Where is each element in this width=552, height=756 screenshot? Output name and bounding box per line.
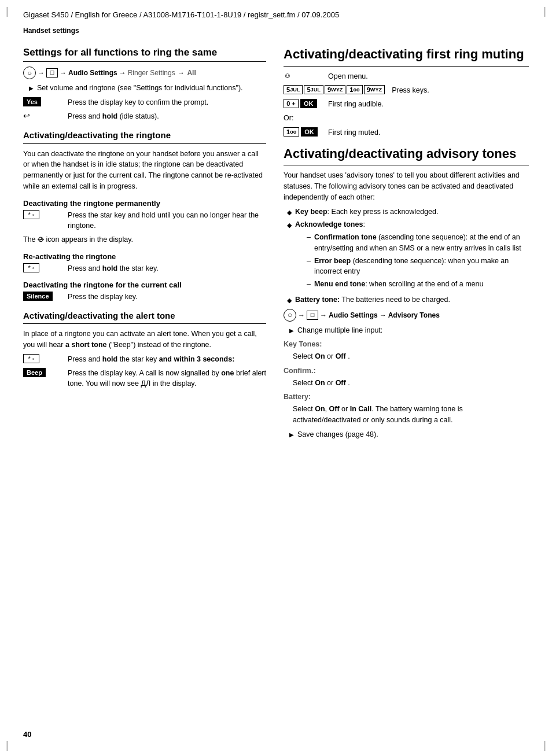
yes-key-part: Yes xyxy=(23,97,61,106)
arrow-2: → xyxy=(60,69,67,77)
star-key-part-2: * ◦ xyxy=(23,263,61,272)
page-header: Gigaset S450 / English for Greece / A310… xyxy=(0,0,552,24)
beep-desc: Press the display key. A call is now sig… xyxy=(68,368,266,389)
nav-all: All xyxy=(187,69,196,77)
key-tones-options: Select On or Off . xyxy=(284,351,529,362)
key-9wyz-2: 9WYZ xyxy=(364,85,385,94)
divider-1 xyxy=(23,61,266,62)
silence-desc: Press the display key. xyxy=(68,292,266,302)
idle-icon-part: ↩ xyxy=(23,111,61,120)
battery-label: Battery: xyxy=(284,392,529,403)
page-wrapper: | | | | Gigaset S450 / English for Greec… xyxy=(0,0,552,756)
left-heading-2: Activating/deactivating the ringtone xyxy=(23,130,266,141)
star-key-part-1: * ◦ xyxy=(23,210,61,219)
nav-path-2: ☺ → ☐ → Audio Settings → Advisory Tones xyxy=(284,309,529,322)
left-heading-3: Activating/deactivating the alert tone xyxy=(23,310,266,322)
sub-heading-1: Deactivating the ringtone permanently xyxy=(23,199,266,208)
divider-r1 xyxy=(284,66,529,67)
star-key-desc-1: Press the star key and hold until you ca… xyxy=(68,210,266,231)
key-1oo: 1oo xyxy=(347,85,362,94)
left-heading-1: Settings for all functions to ring the s… xyxy=(23,46,266,59)
nav-audio-settings-r2: Audio Settings xyxy=(329,311,378,319)
icon-notice: The ⊘ icon appears in the display. xyxy=(23,234,266,245)
section-label: Handset settings xyxy=(23,27,79,35)
key0-part: 0 + OK xyxy=(284,99,321,108)
or-label: Or: xyxy=(284,113,529,124)
sub-heading-3: Deactivating the ringtone for the curren… xyxy=(23,281,266,289)
menu-icon-r1: ☺ xyxy=(284,71,291,80)
divider-r2 xyxy=(284,165,529,165)
key-5jul-1: 5JUL xyxy=(284,85,303,94)
change-input-list: Change multiple line input: xyxy=(284,325,529,336)
diamond-item-acknowledge: Acknowledge tones: Confirmation tone (as… xyxy=(287,219,529,292)
dash-menu-end: Menu end tone: when scrolling at the end… xyxy=(307,279,529,290)
nav-advisory-tones: Advisory Tones xyxy=(388,311,440,319)
bullet-item-1: Set volume and ringtone (see "Settings f… xyxy=(29,83,266,94)
menu-icon-part: ☺ xyxy=(284,71,321,80)
content-area: Settings for all functions to ring the s… xyxy=(0,38,552,443)
silence-key: Silence xyxy=(23,292,53,301)
arrow-3: → xyxy=(119,69,126,77)
header-title: Gigaset S450 / English for Greece / A310… xyxy=(23,10,339,19)
beep-key-row: Beep Press the display key. A call is no… xyxy=(23,368,266,389)
advisory-desc: Your handset uses 'advisory tones' to te… xyxy=(284,170,529,202)
silence-key-row: Silence Press the display key. xyxy=(23,292,266,302)
key0-ok-row: 0 + OK First ring audible. xyxy=(284,99,529,109)
yes-key-desc: Press the display key to confirm the pro… xyxy=(68,97,266,108)
folder-icon-1: ☐ xyxy=(46,68,58,78)
ok-key-2: OK xyxy=(301,127,318,137)
divider-3 xyxy=(23,323,266,324)
beep-key: Beep xyxy=(23,368,46,377)
menu-icon-1: ☺ xyxy=(23,67,36,79)
change-input-item: Change multiple line input: xyxy=(289,325,529,336)
star-key-2: * ◦ xyxy=(23,263,39,272)
right-heading-1: Activating/deactivating first ring mutin… xyxy=(284,46,529,62)
key-1oo-2: 1oo xyxy=(284,127,299,137)
save-changes-list: Save changes (page 48). xyxy=(284,429,529,440)
alert-desc: In place of a ringtone you can activate … xyxy=(23,329,266,351)
dash-error-beep: Error beep (descending tone sequence): w… xyxy=(307,256,529,278)
arrow-1: → xyxy=(38,69,45,77)
star-key-desc-3: Press and hold the star key and within 3… xyxy=(68,354,266,364)
advisory-list: Key beep: Each key press is acknowledged… xyxy=(284,206,529,305)
first-ring-audible: First ring audible. xyxy=(328,99,529,109)
key-tones-label: Key Tones: xyxy=(284,339,529,350)
star-key-row-3: * ◦ Press and hold the star key and with… xyxy=(23,354,266,364)
battery-options: Select On, Off or In Call. The battery w… xyxy=(284,404,529,426)
diamond-item-key-beep: Key beep: Each key press is acknowledged… xyxy=(287,206,529,217)
menu-icon-r2: ☺ xyxy=(284,309,296,322)
ok-key-1: OK xyxy=(300,99,317,108)
key-0plus: 0 + xyxy=(284,99,299,108)
star-key-part-3: * ◦ xyxy=(23,354,61,363)
confirm-label: Confirm.: xyxy=(284,366,529,377)
keys-inline: 5JUL 5JUL 9WYZ 1oo 9WYZ xyxy=(284,85,385,94)
beep-icon: ДЛ xyxy=(141,379,150,388)
key-5jul-2: 5JUL xyxy=(304,85,323,94)
folder-icon-r2: ☐ xyxy=(307,311,318,320)
corner-mark-bl: | xyxy=(6,740,9,750)
nav-audio-settings: Audio Settings xyxy=(68,69,117,77)
page-footer: 40 xyxy=(23,730,31,739)
corner-mark-br: | xyxy=(543,740,546,750)
star-key-desc-2: Press and hold the star key. xyxy=(68,263,266,274)
acknowledge-dash-list: Confirmation tone (ascending tone sequen… xyxy=(295,232,529,290)
corner-mark-tr: | xyxy=(543,6,546,16)
page-number: 40 xyxy=(23,730,31,739)
nav-path-1: ☺ → ☐ → Audio Settings → Ringer Settings… xyxy=(23,67,266,79)
star-key-1: * ◦ xyxy=(23,210,39,219)
silence-key-part: Silence xyxy=(23,292,61,301)
nav-ringer-settings: Ringer Settings → All xyxy=(128,69,196,77)
idle-icon: ↩ xyxy=(23,111,30,120)
open-menu-row: ☺ Open menu. xyxy=(284,71,529,82)
yes-key-row: Yes Press the display key to confirm the… xyxy=(23,97,266,108)
key1-part: 1oo OK xyxy=(284,127,321,137)
star-key-3: * ◦ xyxy=(23,354,39,363)
key-9wyz-1: 9WYZ xyxy=(325,85,345,94)
press-keys-desc: Press keys. xyxy=(392,85,529,95)
arrow-4: → xyxy=(178,69,185,77)
first-ring-muted: First ring muted. xyxy=(328,127,529,138)
bullet-list-1: Set volume and ringtone (see "Settings f… xyxy=(23,83,266,94)
idle-desc: Press and hold (idle status). xyxy=(68,111,266,121)
press-keys-row: 5JUL 5JUL 9WYZ 1oo 9WYZ Press keys. xyxy=(284,85,529,95)
ringtone-desc: You can deactivate the ringtone on your … xyxy=(23,149,266,192)
